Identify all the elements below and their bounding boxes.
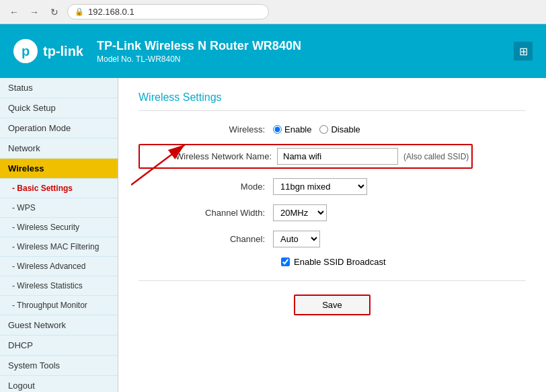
lock-icon: 🔒 — [75, 7, 84, 16]
sidebar-item-system-tools[interactable]: System Tools — [0, 356, 118, 376]
form-divider — [139, 280, 526, 281]
sidebar-item-status[interactable]: Status — [0, 78, 118, 98]
wireless-settings-form: Wireless: Enable Disable Wireless Networ… — [139, 124, 526, 315]
disable-radio[interactable] — [319, 125, 328, 134]
network-name-label: Wireless Network Name: — [143, 151, 277, 161]
sidebar-item-guest-network[interactable]: Guest Network — [0, 315, 118, 336]
wireless-toggle-row: Wireless: Enable Disable — [139, 124, 526, 134]
mode-label: Mode: — [139, 182, 273, 192]
enable-radio[interactable] — [273, 125, 282, 134]
page-title: Wireless Settings — [139, 91, 526, 111]
sidebar: Status Quick Setup Operation Mode Networ… — [0, 78, 118, 392]
channel-width-select[interactable]: 20MHz 40MHz — [273, 204, 327, 221]
network-name-input[interactable] — [277, 148, 398, 165]
router-title: TP-Link Wireless N Router WR840N — [97, 39, 301, 53]
ssid-broadcast-row: Enable SSID Broadcast — [139, 257, 526, 267]
wireless-radio-group: Enable Disable — [273, 124, 360, 134]
model-number: Model No. TL-WR840N — [97, 54, 301, 64]
save-button[interactable]: Save — [294, 295, 370, 315]
channel-width-row: Channel Width: 20MHz 40MHz — [139, 204, 526, 221]
sidebar-item-wireless-mac-filtering[interactable]: - Wireless MAC Filtering — [0, 237, 118, 257]
header-right-icon: ⊞ — [514, 42, 533, 61]
address-bar[interactable]: 🔒 192.168.0.1 — [67, 4, 269, 19]
sidebar-item-dhcp[interactable]: DHCP — [0, 336, 118, 356]
sidebar-item-basic-settings[interactable]: - Basic Settings — [0, 179, 118, 198]
sidebar-item-network[interactable]: Network — [0, 139, 118, 159]
refresh-button[interactable]: ↻ — [47, 5, 62, 19]
sidebar-item-wireless-statistics[interactable]: - Wireless Statistics — [0, 276, 118, 296]
channel-width-control: 20MHz 40MHz — [273, 204, 327, 221]
disable-radio-label[interactable]: Disable — [319, 124, 360, 134]
sidebar-item-wireless[interactable]: Wireless — [0, 159, 118, 179]
mode-control: 11bgn mixed 11bg mixed 11b only 11g only… — [273, 178, 367, 195]
header-title: TP-Link Wireless N Router WR840N Model N… — [97, 39, 301, 64]
content-area: Wireless Settings Wireless: Enable Disab… — [118, 78, 546, 392]
ssid-broadcast-label[interactable]: Enable SSID Broadcast — [281, 257, 386, 267]
mode-row: Mode: 11bgn mixed 11bg mixed 11b only 11… — [139, 178, 526, 195]
sidebar-item-throughput-monitor[interactable]: - Throughput Monitor — [0, 296, 118, 315]
sidebar-item-wireless-security[interactable]: - Wireless Security — [0, 218, 118, 237]
ssid-broadcast-checkbox[interactable] — [281, 258, 290, 266]
logo-icon: p — [13, 39, 38, 63]
enable-label: Enable — [284, 124, 311, 134]
channel-width-label: Channel Width: — [139, 208, 273, 218]
channel-row: Channel: Auto 1234 5678 910111213 — [139, 231, 526, 247]
browser-bar: ← → ↻ 🔒 192.168.0.1 — [0, 0, 546, 24]
sidebar-item-wireless-advanced[interactable]: - Wireless Advanced — [0, 257, 118, 276]
forward-button[interactable]: → — [27, 5, 42, 19]
ssid-broadcast-text: Enable SSID Broadcast — [294, 257, 386, 267]
logo-text: tp-link — [43, 44, 83, 59]
sidebar-item-quick-setup[interactable]: Quick Setup — [0, 98, 118, 118]
network-name-highlighted: Wireless Network Name: (Also called SSID… — [139, 144, 473, 169]
disable-label: Disable — [331, 124, 360, 134]
network-name-row: Wireless Network Name: (Also called SSID… — [139, 144, 526, 169]
sidebar-item-operation-mode[interactable]: Operation Mode — [0, 118, 118, 139]
back-button[interactable]: ← — [7, 5, 22, 19]
channel-control: Auto 1234 5678 910111213 — [273, 231, 320, 247]
main-layout: Status Quick Setup Operation Mode Networ… — [0, 78, 546, 392]
channel-label: Channel: — [139, 234, 273, 244]
also-ssid-note: (Also called SSID) — [403, 152, 469, 161]
wireless-label: Wireless: — [139, 124, 273, 134]
save-button-wrapper: Save — [139, 295, 526, 315]
url-text: 192.168.0.1 — [88, 7, 134, 17]
mode-select[interactable]: 11bgn mixed 11bg mixed 11b only 11g only… — [273, 178, 367, 195]
channel-select[interactable]: Auto 1234 5678 910111213 — [273, 231, 320, 247]
sidebar-item-wps[interactable]: - WPS — [0, 198, 118, 218]
sidebar-item-logout[interactable]: Logout — [0, 376, 118, 392]
header: p tp-link TP-Link Wireless N Router WR84… — [0, 24, 546, 78]
enable-radio-label[interactable]: Enable — [273, 124, 311, 134]
logo-area: p tp-link — [13, 39, 83, 63]
